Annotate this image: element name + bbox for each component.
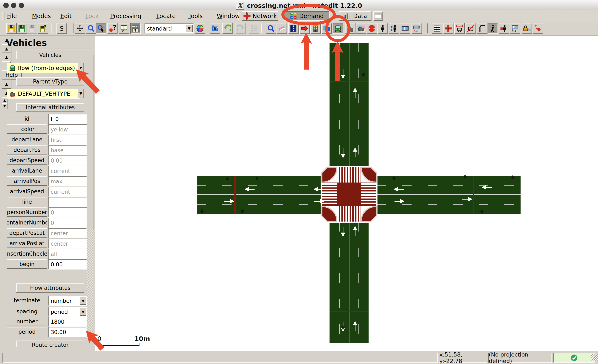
menu-processing[interactable]: Processing bbox=[108, 12, 143, 20]
section-header-flow-attributes[interactable]: Flow attributes bbox=[16, 283, 84, 293]
move-view-button[interactable] bbox=[75, 23, 85, 34]
turn-tool-button[interactable] bbox=[477, 23, 487, 34]
flow-label-spacing[interactable]: spacing bbox=[7, 307, 47, 316]
network-canvas[interactable]: 010m bbox=[95, 36, 598, 351]
flow-input-terminate[interactable]: number▼ bbox=[48, 296, 87, 306]
chevron-down-icon[interactable]: ▼ bbox=[78, 63, 84, 73]
attr-input-begin[interactable]: 0.00 bbox=[48, 259, 87, 270]
menu-file[interactable]: File bbox=[5, 12, 18, 20]
redo-button[interactable] bbox=[235, 23, 246, 34]
attr-input-departPosLat[interactable]: center bbox=[48, 228, 87, 238]
save-disabled-button[interactable] bbox=[27, 23, 37, 34]
chevron-down-icon[interactable]: ▼ bbox=[78, 89, 84, 98]
attr-label-arrivalPos[interactable]: arrivalPos bbox=[7, 176, 47, 186]
delete-mode-button[interactable] bbox=[277, 23, 287, 34]
attr-label-line[interactable]: line bbox=[7, 197, 47, 207]
attr-input-arrivalLane[interactable]: current bbox=[48, 166, 87, 176]
pedestrian-tool-button[interactable] bbox=[488, 23, 498, 34]
window-toggle-button[interactable] bbox=[373, 11, 383, 21]
move-mode-button[interactable] bbox=[299, 23, 310, 34]
person-mode-button[interactable] bbox=[377, 23, 388, 34]
attr-input-color[interactable]: yellow bbox=[48, 124, 87, 134]
section-header-parent-vtype[interactable]: Parent vType bbox=[16, 77, 84, 86]
attr-label-containerNumber[interactable]: containerNumber bbox=[7, 218, 47, 227]
chevron-down-icon[interactable]: ▼ bbox=[80, 297, 86, 305]
attr-input-arrivalPosLat[interactable]: center bbox=[48, 239, 87, 249]
container-plan-mode-button[interactable] bbox=[412, 23, 422, 34]
menu-modes[interactable]: Modes bbox=[30, 12, 52, 20]
menu-hide-button[interactable]: MENU bbox=[130, 23, 141, 34]
type-distribution-mode-button[interactable] bbox=[356, 23, 366, 34]
attr-label-arrivalPosLat[interactable]: arrivalPosLat bbox=[7, 239, 47, 248]
network-view[interactable]: 010m bbox=[95, 36, 598, 351]
save-network-button[interactable] bbox=[6, 23, 17, 34]
attr-input-id[interactable]: f_0 bbox=[48, 114, 87, 124]
panel-scroll-track[interactable] bbox=[87, 229, 93, 341]
colorscheme-open-button[interactable] bbox=[195, 23, 205, 34]
save-sumoconfig-button[interactable] bbox=[17, 23, 27, 34]
flow-label-terminate[interactable]: terminate bbox=[7, 296, 47, 305]
attr-label-arrivalSpeed[interactable]: arrivalSpeed bbox=[7, 187, 47, 196]
select-mode-button[interactable] bbox=[288, 23, 299, 34]
vehicle-size-tool-button[interactable] bbox=[454, 23, 465, 34]
toolbar-grip[interactable] bbox=[2, 12, 5, 20]
attr-label-departPosLat[interactable]: departPosLat bbox=[7, 228, 47, 238]
section-header-internal-attributes[interactable]: Internal attributes bbox=[16, 103, 84, 111]
person-plan-mode-button[interactable] bbox=[389, 23, 399, 34]
attr-input-arrivalPos[interactable]: max bbox=[48, 176, 87, 186]
junction-tool-button[interactable] bbox=[443, 23, 454, 34]
vehicle-type-combo[interactable]: flow (from-to edges) bbox=[7, 63, 80, 73]
attr-label-color[interactable]: color bbox=[7, 124, 47, 134]
attr-label-departPos[interactable]: departPos bbox=[7, 145, 47, 155]
menu-tools[interactable]: Tools bbox=[187, 12, 204, 20]
flow-numbers-tool-button[interactable] bbox=[533, 23, 543, 34]
vehicle-prohibit-tool-button[interactable] bbox=[465, 23, 476, 34]
resize-grip[interactable] bbox=[591, 354, 598, 360]
flow-input-number[interactable]: 1800 bbox=[48, 317, 87, 327]
collapse-button-flow-attributes[interactable]: ▲ bbox=[2, 80, 11, 89]
attr-input-departPos[interactable]: base bbox=[48, 145, 87, 155]
attr-label-departSpeed[interactable]: departSpeed bbox=[7, 156, 47, 165]
section-header-vehicles[interactable]: Vehicles bbox=[16, 51, 84, 59]
attr-label-personNumber[interactable]: personNumber bbox=[7, 207, 47, 217]
persons-tool-button[interactable] bbox=[499, 23, 509, 34]
message-window-button[interactable]: ! bbox=[119, 23, 129, 34]
panel-scroll-thumb[interactable] bbox=[87, 55, 93, 230]
chevron-down-icon[interactable]: ▼ bbox=[80, 308, 86, 316]
lock-tool-button[interactable] bbox=[522, 23, 532, 34]
parent-vtype-combo[interactable]: TYPEDEFAULT_VEHTYPE bbox=[7, 89, 80, 99]
compute-options-button[interactable] bbox=[249, 23, 259, 34]
attr-label-id[interactable]: id bbox=[7, 114, 47, 123]
online-help-button[interactable]: ? bbox=[107, 23, 117, 34]
attr-input-containerNumber[interactable]: 0 bbox=[48, 218, 87, 228]
route-mode-button[interactable] bbox=[310, 23, 321, 34]
supermode-data-button[interactable]: Data bbox=[339, 11, 372, 21]
menu-locate[interactable]: Locate bbox=[155, 12, 177, 20]
menu-lock[interactable]: Lock bbox=[84, 12, 100, 20]
save-as-button[interactable] bbox=[38, 23, 48, 34]
flow-label-period[interactable]: period bbox=[7, 327, 47, 336]
menu-window[interactable]: Window bbox=[215, 12, 241, 20]
panel-scroll-down[interactable]: ▼ bbox=[2, 103, 8, 109]
grid-tool-button[interactable] bbox=[432, 23, 442, 34]
chevron-down-icon[interactable]: ▼ bbox=[186, 25, 193, 32]
undo-button[interactable] bbox=[222, 23, 233, 34]
zoom-cursor-button[interactable] bbox=[96, 23, 106, 34]
attr-input-departLane[interactable]: first bbox=[48, 135, 87, 145]
container-route-tool-button[interactable] bbox=[510, 23, 520, 34]
attr-label-insertionChecks[interactable]: insertionChecks bbox=[7, 249, 47, 258]
flow-input-period[interactable]: 30.00 bbox=[48, 327, 87, 337]
route-distribution-mode-button[interactable] bbox=[321, 23, 332, 34]
inspect-mode-button[interactable] bbox=[266, 23, 276, 34]
attr-input-line[interactable] bbox=[48, 197, 87, 207]
supermode-demand-button[interactable]: Demand bbox=[284, 11, 330, 21]
attr-input-departSpeed[interactable]: 0.00 bbox=[48, 156, 87, 166]
container-mode-button[interactable] bbox=[400, 23, 410, 34]
stop-mode-button[interactable]: STOP bbox=[367, 23, 377, 34]
menu-edit[interactable]: Edit bbox=[59, 12, 73, 20]
zoom-in-button[interactable] bbox=[86, 23, 96, 34]
flow-input-spacing[interactable]: period▼ bbox=[48, 307, 87, 317]
attr-input-insertionChecks[interactable]: all bbox=[48, 249, 87, 259]
view-style-select[interactable]: standard ▼ bbox=[144, 24, 193, 33]
collapse-button-internal-attributes[interactable]: ▲ bbox=[2, 53, 11, 61]
